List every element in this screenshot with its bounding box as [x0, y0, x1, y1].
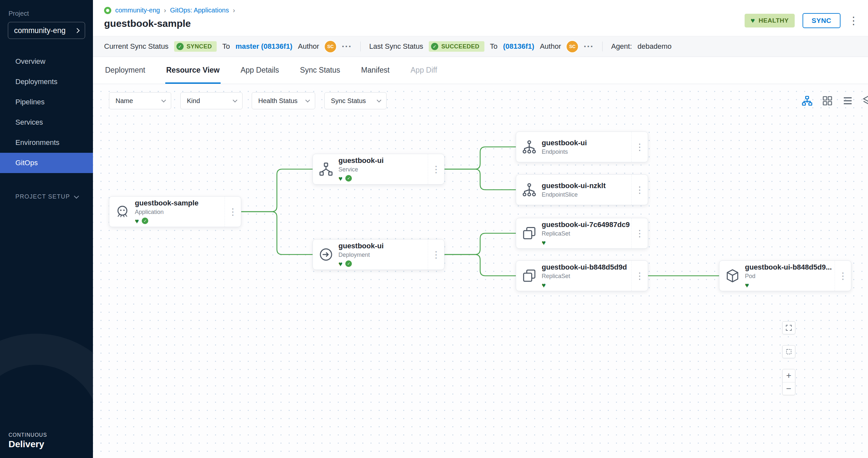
filter-name[interactable]: Name: [109, 92, 171, 109]
author-more-icon[interactable]: ···: [584, 42, 594, 51]
sidebar-item-deployments[interactable]: Deployments: [0, 72, 93, 92]
check-circle-icon: ✓: [177, 43, 184, 50]
node-menu-button[interactable]: ⋮: [631, 218, 648, 248]
resource-name: guestbook-ui: [338, 156, 428, 165]
sidebar-item-services[interactable]: Services: [0, 112, 93, 132]
resource-graph-canvas: Name Kind Health Status Sync Status: [93, 84, 868, 458]
project-selector-value: community-eng: [14, 26, 65, 35]
synced-check-icon: ✓: [142, 218, 148, 224]
list-view-icon[interactable]: [842, 95, 854, 107]
resource-node-application-0[interactable]: guestbook-sampleApplication♥✓⋮: [109, 196, 241, 227]
resource-name: guestbook-ui-7c64987dc9: [542, 221, 631, 229]
current-target-link[interactable]: master (08136f1): [236, 42, 292, 51]
author-more-icon[interactable]: ···: [342, 42, 352, 51]
last-target-link[interactable]: (08136f1): [503, 42, 534, 51]
resource-node-replicaset-6[interactable]: guestbook-ui-b848d5d9dReplicaSet♥⋮: [516, 260, 648, 291]
health-heart-icon: ♥: [338, 175, 342, 182]
succeeded-badge-label: SUCCEEDED: [441, 43, 479, 50]
node-menu-button[interactable]: ⋮: [631, 132, 648, 162]
sidebar-item-environments[interactable]: Environments: [0, 132, 93, 153]
health-badge-label: HEALTHY: [759, 17, 789, 24]
endpoints-icon: [521, 139, 537, 155]
project-setup-toggle[interactable]: PROJECT SETUP: [16, 193, 93, 200]
resource-node-endpointslice-4[interactable]: guestbook-ui-nzkltEndpointSlice⋮: [516, 174, 648, 205]
synced-badge-label: SYNCED: [187, 43, 212, 50]
tab-app-details[interactable]: App Details: [240, 66, 280, 84]
health-heart-icon: ♥: [745, 282, 749, 289]
sync-button[interactable]: SYNC: [803, 13, 840, 28]
breadcrumb-project-link[interactable]: community-eng: [115, 6, 160, 14]
resource-node-deployment-2[interactable]: guestbook-uiDeployment♥✓⋮: [313, 239, 444, 270]
breadcrumb-section-link[interactable]: GitOps: Applications: [170, 6, 229, 14]
tab-app-diff[interactable]: App Diff: [409, 66, 438, 84]
tab-resource-view[interactable]: Resource View: [165, 66, 221, 84]
sidebar-item-overview[interactable]: Overview: [0, 52, 93, 72]
argo-application-icon: [115, 204, 130, 220]
filter-label: Sync Status: [331, 97, 366, 105]
expand-icon: [785, 324, 793, 332]
agent-label: Agent:: [611, 42, 632, 51]
node-menu-button[interactable]: ⋮: [428, 154, 444, 184]
chevron-right-icon: [74, 28, 80, 33]
resource-name: guestbook-ui: [338, 242, 428, 250]
chevron-down-icon: [74, 193, 79, 199]
box-select-button[interactable]: [782, 345, 795, 358]
health-heart-icon: ♥: [542, 282, 546, 289]
graph-edge: [444, 255, 516, 276]
zoom-in-button[interactable]: +: [782, 369, 795, 382]
filter-health-status[interactable]: Health Status: [252, 92, 315, 109]
endpointslice-icon: [521, 182, 537, 198]
resource-status: ♥: [542, 239, 631, 246]
node-menu-button[interactable]: ⋮: [428, 239, 444, 269]
resource-status: ♥✓: [338, 260, 428, 267]
page-header: community-eng › GitOps: Applications › g…: [93, 0, 868, 36]
breadcrumb-separator: ›: [164, 6, 166, 14]
health-heart-icon: ♥: [542, 239, 546, 246]
header-actions: ♥ HEALTHY SYNC ⋮: [745, 13, 859, 28]
resource-node-endpoints-3[interactable]: guestbook-uiEndpoints⋮: [516, 132, 648, 162]
tree-view-icon[interactable]: [801, 95, 813, 107]
tab-deployment[interactable]: Deployment: [104, 66, 146, 84]
to-label: To: [222, 42, 230, 51]
group-view-icon[interactable]: [862, 95, 868, 107]
filter-sync-status[interactable]: Sync Status: [324, 92, 386, 109]
filter-kind[interactable]: Kind: [180, 92, 243, 109]
module-brand: CONTINUOUS Delivery: [8, 432, 47, 450]
view-mode-switcher: [801, 95, 868, 107]
author-label: Author: [298, 42, 319, 51]
resource-kind: Service: [338, 166, 428, 173]
divider: [360, 41, 361, 52]
main-area: community-eng › GitOps: Applications › g…: [93, 0, 868, 458]
deployment-icon: [318, 247, 334, 262]
tab-manifest[interactable]: Manifest: [360, 66, 391, 84]
zoom-out-button[interactable]: −: [782, 382, 795, 395]
sidebar: Project community-eng OverviewDeployment…: [0, 0, 93, 458]
node-menu-button[interactable]: ⋮: [835, 261, 851, 291]
filter-label: Health Status: [258, 97, 298, 105]
grid-view-icon[interactable]: [822, 95, 833, 107]
resource-status: ♥✓: [338, 175, 428, 182]
node-menu-button[interactable]: ⋮: [631, 261, 648, 291]
sidebar-item-gitops[interactable]: GitOps: [0, 153, 93, 173]
chevron-down-icon: [305, 97, 310, 102]
project-selector[interactable]: community-eng: [8, 22, 85, 39]
health-status-badge: ♥ HEALTHY: [745, 14, 794, 28]
sync-status-bar: Current Sync Status ✓ SYNCED To master (…: [93, 36, 868, 57]
resource-node-service-1[interactable]: guestbook-uiService♥✓⋮: [313, 154, 444, 185]
node-menu-button[interactable]: ⋮: [224, 197, 241, 227]
resource-node-replicaset-5[interactable]: guestbook-ui-7c64987dc9ReplicaSet♥⋮: [516, 218, 648, 249]
breadcrumb-separator: ›: [233, 6, 235, 14]
graph-edge: [444, 169, 516, 190]
sidebar-item-pipelines[interactable]: Pipelines: [0, 92, 93, 112]
resource-name: guestbook-ui: [542, 139, 631, 147]
graph-edge: [444, 233, 516, 255]
more-options-icon[interactable]: ⋮: [848, 15, 859, 26]
resource-name: guestbook-sample: [135, 199, 224, 207]
harness-gitops-app: Project community-eng OverviewDeployment…: [0, 0, 868, 458]
resource-status: ♥: [542, 281, 631, 289]
node-menu-button[interactable]: ⋮: [631, 175, 648, 205]
divider: [602, 41, 602, 52]
tab-sync-status[interactable]: Sync Status: [299, 66, 341, 84]
fit-to-screen-button[interactable]: [782, 321, 795, 334]
resource-node-pod-7[interactable]: guestbook-ui-b848d5d9...Pod♥⋮: [719, 260, 851, 291]
